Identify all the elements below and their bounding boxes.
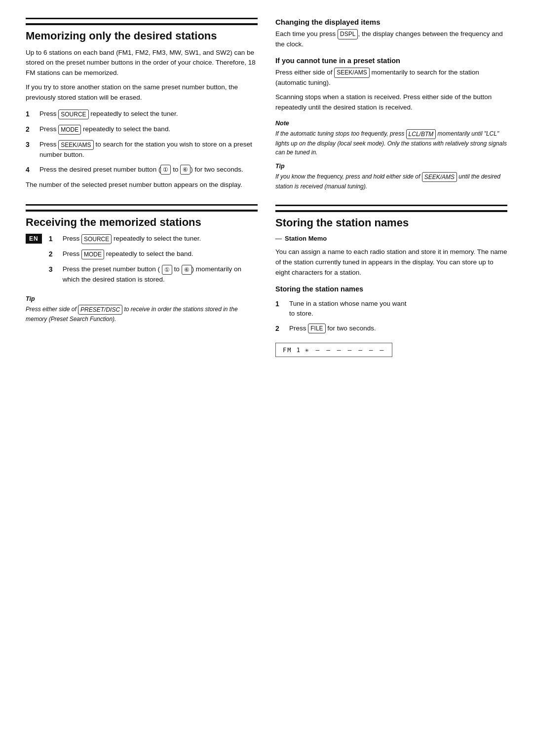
step-item: 4 Press the desired preset number button… (26, 165, 258, 175)
changing-title: Changing the displayed items (275, 18, 507, 26)
memorizing-intro2: If you try to store another station on t… (26, 82, 258, 103)
storing-subsection-title: Storing the station names (275, 285, 507, 293)
lcl-btm-key: LCL/BTM (406, 129, 436, 139)
dspl-key: DSPL (338, 29, 358, 39)
step-item: 1 Press SOURCE repeatedly to select the … (26, 109, 258, 119)
step-text: Press the desired preset number button (… (39, 165, 258, 175)
step-number: 1 (275, 299, 284, 319)
step-item: 2 Press MODE repeatedly to select the ba… (26, 124, 258, 135)
step-text: Press SOURCE repeatedly to select the tu… (63, 234, 258, 244)
tip-text: Press either side of PRESET/DISC to rece… (26, 305, 258, 324)
storing-steps: 1 Tune in a station whose name you wantt… (275, 299, 507, 334)
changing-section: Changing the displayed items Each time y… (275, 18, 507, 191)
note-text: If the automatic tuning stops too freque… (275, 129, 507, 157)
seek-ams-key2: SEEK/AMS (422, 172, 457, 182)
changing-body: Each time you press DSPL, the display ch… (275, 29, 507, 50)
tip-label: Tip (275, 162, 507, 171)
right-column: Changing the displayed items Each time y… (275, 18, 507, 357)
step-item: 1 Press SOURCE repeatedly to select the … (49, 234, 258, 244)
source-key: SOURCE (81, 234, 112, 244)
display-inner: FM 1 ✳ – – – – – – – (283, 346, 385, 354)
storing-body: You can assign a name to each radio stat… (275, 247, 507, 278)
storing-title: Storing the station names (275, 210, 507, 230)
preset-6-key: ⑥ (182, 265, 192, 275)
step-item: 3 Press the preset number button ( ① to … (49, 264, 258, 285)
source-key: SOURCE (58, 109, 88, 119)
mode-key: MODE (58, 125, 81, 135)
receiving-title: Receiving the memorized stations (26, 210, 258, 229)
preset-disc-key: PRESET/DISC (78, 305, 122, 315)
cannot-tune-body1: Press either side of SEEK/AMS momentaril… (275, 68, 507, 88)
step-text: Press MODE repeatedly to select the band… (63, 249, 258, 259)
tip-text-italic: to receive in order the stations stored … (26, 306, 238, 323)
mode-key: MODE (81, 250, 104, 259)
tip-text: If you know the frequency, press and hol… (275, 172, 507, 191)
step-number: 3 (49, 264, 58, 285)
seek-ams-key: SEEK/AMS (334, 68, 369, 78)
memorizing-title: Memorizing only the desired stations (26, 23, 258, 43)
receiving-section: Receiving the memorized stations EN 1 Pr… (26, 204, 258, 324)
file-key: FILE (308, 324, 325, 333)
step-number: 2 (26, 124, 35, 135)
step-item: 1 Tune in a station whose name you wantt… (275, 299, 507, 319)
step-number: 4 (26, 165, 35, 175)
display-box: FM 1 ✳ – – – – – – – (275, 343, 392, 357)
step-text: Press SOURCE repeatedly to select the tu… (39, 109, 258, 119)
en-badge: EN (26, 234, 42, 244)
step-text: Press MODE repeatedly to select the band… (39, 124, 258, 135)
memorizing-intro1: Up to 6 stations on each band (FM1, FM2,… (26, 48, 258, 79)
preset-1-key: ① (160, 165, 171, 175)
step-number: 2 (49, 249, 58, 259)
step-text: Press SEEK/AMS to search for the station… (39, 140, 258, 160)
step-text: Tune in a station whose name you wantto … (289, 299, 507, 319)
station-memo-label: Station Memo (275, 235, 507, 242)
preset-6-key: ⑥ (180, 165, 190, 175)
storing-section: Storing the station names Station Memo Y… (275, 205, 507, 357)
step-text: Press FILE for two seconds. (289, 324, 507, 334)
seek-ams-key: SEEK/AMS (58, 140, 93, 150)
memorizing-outro: The number of the selected preset number… (26, 180, 258, 190)
memorizing-section: Memorizing only the desired stations Up … (26, 18, 258, 190)
step-item: 3 Press SEEK/AMS to search for the stati… (26, 140, 258, 160)
step-text: Press the preset number button ( ① to ⑥)… (63, 264, 258, 285)
step-number: 2 (275, 324, 284, 334)
display-dashes: ✳ – – – – – – – (305, 346, 385, 354)
step-item: 2 Press MODE repeatedly to select the ba… (49, 249, 258, 259)
step-number: 3 (26, 140, 35, 160)
cannot-tune-title: If you cannot tune in a preset station (275, 57, 507, 65)
memorizing-steps: 1 Press SOURCE repeatedly to select the … (26, 109, 258, 175)
cannot-tune-body2: Scanning stops when a station is receive… (275, 92, 507, 113)
step-item: 2 Press FILE for two seconds. (275, 324, 507, 334)
left-column: Memorizing only the desired stations Up … (26, 18, 258, 357)
display-fm-text: FM 1 (283, 347, 301, 354)
step-number: 1 (49, 234, 58, 244)
note-label: Note (275, 119, 507, 128)
step-number: 1 (26, 109, 35, 119)
tip-label: Tip (26, 294, 258, 304)
preset-1-key: ① (162, 265, 172, 275)
receiving-steps: 1 Press SOURCE repeatedly to select the … (49, 234, 258, 289)
